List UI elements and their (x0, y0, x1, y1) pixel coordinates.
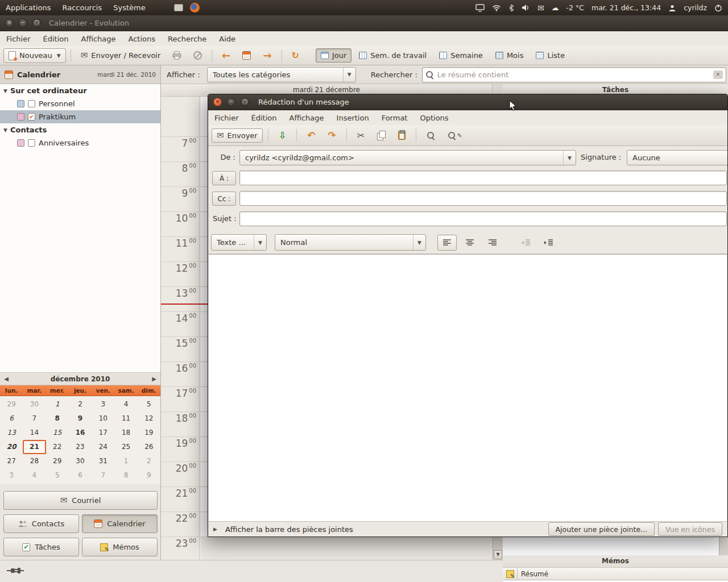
composer-menu-item[interactable]: Fichier (208, 111, 245, 124)
evolution-menu-item[interactable]: Actions (122, 32, 162, 45)
switcher-memos-button[interactable]: Mémos (82, 538, 158, 556)
mini-calendar-day[interactable]: 21 (23, 440, 46, 454)
to-button[interactable]: À : (212, 171, 236, 185)
composer-menu-item[interactable]: Affichage (283, 111, 330, 124)
mini-calendar-day[interactable]: 6 (69, 468, 92, 483)
switcher-contacts-button[interactable]: Contacts (3, 514, 79, 533)
volume-icon[interactable] (522, 4, 530, 11)
close-button[interactable]: ✕ (213, 98, 222, 106)
cancel-button[interactable] (188, 48, 207, 63)
clock[interactable]: mar. 21 déc., 13:44 (592, 3, 661, 12)
mini-calendar-day[interactable]: 16 (69, 426, 92, 440)
switcher-tasks-button[interactable]: ✔ Tâches (3, 538, 79, 556)
send-receive-button[interactable]: ✉ Envoyer / Recevoir (76, 48, 166, 63)
unindent-button[interactable] (516, 235, 535, 251)
view-button[interactable]: Semaine (434, 48, 488, 63)
mini-calendar-day[interactable]: 7 (23, 411, 46, 426)
paste-button[interactable] (393, 128, 411, 143)
redo-button[interactable]: ↷ (322, 128, 341, 142)
mini-calendar-day[interactable]: 19 (138, 426, 160, 440)
username[interactable]: cyrildz (684, 3, 707, 12)
mini-calendar-day[interactable]: 29 (0, 397, 23, 411)
memos-summary-column[interactable]: Résumé (518, 570, 548, 578)
mini-calendar-day[interactable]: 30 (23, 397, 46, 411)
mini-calendar-day[interactable]: 9 (69, 411, 92, 426)
switcher-calendar-button[interactable]: Calendrier (82, 514, 158, 533)
mini-calendar-day[interactable]: 17 (92, 426, 114, 440)
add-attachment-button[interactable]: Ajouter une pièce jointe... (548, 522, 655, 536)
view-button[interactable]: Mois (490, 48, 529, 63)
expander-icon[interactable]: ▼ (3, 88, 7, 94)
mini-calendar-day[interactable]: 5 (46, 468, 69, 483)
mini-calendar-day[interactable]: 24 (92, 440, 114, 454)
print-button[interactable] (167, 48, 187, 63)
panel-menu[interactable]: Raccourcis (56, 1, 107, 14)
cc-field[interactable] (239, 191, 727, 206)
mini-calendar-day[interactable]: 2 (69, 397, 92, 411)
mini-calendar-day[interactable]: 18 (114, 426, 137, 440)
composer-titlebar[interactable]: ✕ ─ ❒ Rédaction d'un message (208, 94, 727, 110)
switcher-mail-button[interactable]: ✉ Courriel (3, 491, 158, 510)
mini-calendar-day[interactable]: 11 (114, 411, 137, 426)
next-month-icon[interactable]: ▶ (148, 376, 160, 382)
mini-calendar-day[interactable]: 26 (138, 440, 160, 454)
attachment-bar-toggle[interactable]: Afficher la barre des pièces jointes (225, 525, 353, 534)
mini-calendar-day[interactable]: 25 (114, 440, 137, 454)
panel-menu[interactable]: Système (107, 1, 151, 14)
previous-month-icon[interactable]: ◀ (0, 376, 13, 382)
from-dropdown[interactable]: cyrildz <cyrildz@gmail.com> ▼ (239, 150, 576, 165)
evolution-menu-item[interactable]: Affichage (75, 32, 122, 45)
firefox-icon[interactable] (190, 3, 200, 13)
photo-applet-icon[interactable] (174, 4, 183, 11)
cut-button[interactable]: ✂ (352, 128, 370, 143)
find-button[interactable] (421, 128, 440, 143)
maximize-button[interactable]: ❒ (32, 19, 41, 27)
mini-calendar-day[interactable]: 9 (138, 468, 160, 483)
cc-input[interactable] (240, 192, 726, 205)
mini-calendar-day[interactable]: 4 (23, 468, 46, 483)
display-icon[interactable] (475, 4, 485, 12)
today-button[interactable] (237, 48, 256, 63)
memos-column-header[interactable]: Résumé (503, 568, 728, 580)
mini-calendar-day[interactable]: 1 (114, 454, 137, 468)
search-input[interactable] (437, 70, 710, 79)
mini-calendar-day[interactable]: 30 (69, 454, 92, 468)
undo-button[interactable]: ↶ (302, 128, 320, 142)
bluetooth-icon[interactable] (508, 4, 514, 12)
mini-calendar-day[interactable]: 13 (0, 426, 23, 440)
refresh-button[interactable]: ↻ (287, 49, 304, 63)
align-left-button[interactable] (437, 235, 457, 251)
view-button[interactable]: Liste (531, 48, 570, 63)
mini-calendar-day[interactable]: 27 (0, 454, 23, 468)
scroll-down-icon[interactable]: ▼ (494, 550, 502, 559)
mini-calendar-day[interactable]: 10 (92, 411, 114, 426)
mini-calendar-day[interactable]: 28 (23, 454, 46, 468)
user-icon[interactable] (668, 4, 676, 12)
panel-menu[interactable]: Applications (0, 1, 56, 14)
source-checkbox[interactable] (28, 139, 35, 147)
send-button[interactable]: ✉ Envoyer (212, 128, 263, 143)
maximize-button[interactable]: ❒ (241, 98, 249, 106)
cc-button[interactable]: Cc : (212, 192, 236, 206)
search-field[interactable]: ✕ (422, 67, 726, 82)
mini-calendar-day[interactable]: 7 (92, 468, 114, 483)
calendar-source-row[interactable]: Personnel (0, 97, 160, 110)
to-input[interactable] (240, 171, 726, 185)
subject-input[interactable] (240, 212, 726, 226)
mini-calendar-day[interactable]: 20 (0, 440, 23, 454)
mini-calendar-day[interactable]: 6 (0, 411, 23, 426)
evolution-menu-item[interactable]: Aide (213, 32, 242, 45)
clear-search-icon[interactable]: ✕ (713, 70, 723, 79)
new-button[interactable]: Nouveau ▼ (3, 48, 66, 63)
mail-notification-icon[interactable]: ✉ (537, 3, 544, 13)
copy-button[interactable] (372, 128, 391, 143)
view-button[interactable]: Jour (316, 48, 351, 63)
evolution-menu-item[interactable]: Recherche (162, 32, 213, 45)
mini-calendar-day[interactable]: 3 (92, 397, 114, 411)
mini-calendar-day[interactable]: 4 (114, 397, 137, 411)
mini-calendar-day[interactable]: 14 (23, 426, 46, 440)
expander-icon[interactable]: ▶ (213, 526, 217, 532)
composer-menu-item[interactable]: Options (413, 111, 454, 124)
source-checkbox[interactable]: ✔ (28, 113, 35, 120)
mini-calendar-day[interactable]: 3 (0, 468, 23, 483)
